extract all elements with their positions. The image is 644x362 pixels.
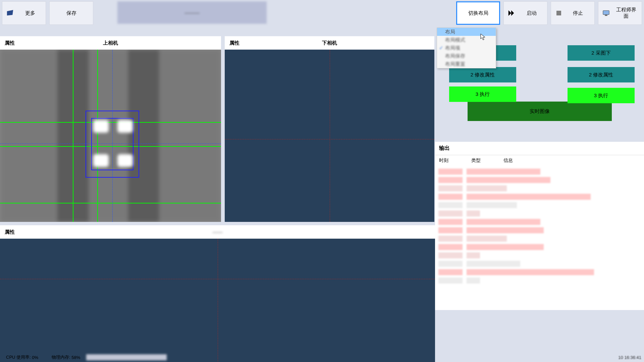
- switch-layout-button[interactable]: 切换布局: [456, 1, 500, 25]
- output-row[interactable]: [438, 185, 641, 192]
- output-row[interactable]: [438, 193, 641, 200]
- svg-rect-0: [603, 11, 609, 15]
- dropdown-item[interactable]: 布局: [437, 28, 496, 36]
- camera-view-top[interactable]: [0, 50, 221, 222]
- output-row[interactable]: [438, 227, 641, 234]
- realtime-image-label: 实时图像: [530, 108, 550, 115]
- col-time: 时刻: [439, 158, 448, 164]
- camera-pane-top-right: 属性 下相机: [225, 36, 434, 222]
- stop-icon: [556, 11, 561, 15]
- mem-label: 物理内存:: [52, 354, 70, 360]
- camera-pane-top-left: 属性 上相机: [0, 36, 221, 222]
- camera-title: 下相机: [225, 40, 434, 46]
- status-bar: CPU 使用率: 0% 物理内存: 58% 10 16:36:41: [0, 353, 644, 362]
- layout-selector-value: ———: [184, 10, 200, 15]
- switch-layout-label: 切换布局: [461, 10, 496, 16]
- more-button[interactable]: 更多: [2, 1, 46, 25]
- output-row[interactable]: [438, 260, 641, 267]
- realtime-image-button[interactable]: 实时图像: [468, 102, 612, 121]
- camera-view-aux[interactable]: [0, 239, 435, 362]
- output-row[interactable]: [438, 201, 641, 209]
- col-msg: 信息: [503, 158, 513, 164]
- camera-title: ——: [0, 229, 435, 235]
- camera-header: 属性 下相机: [225, 36, 434, 50]
- dropdown-item[interactable]: 布局项: [437, 44, 496, 52]
- cursor-icon: [480, 34, 486, 40]
- output-row[interactable]: [438, 235, 641, 242]
- camera-pane-bottom: 属性 ——: [0, 225, 435, 362]
- monitor-icon: [602, 9, 610, 17]
- output-title: 输出: [435, 142, 644, 155]
- execute-bottom-button[interactable]: 3 执行: [568, 88, 635, 103]
- layout-dropdown[interactable]: 布局 布局模式 布局项 布局保存 布局重置: [437, 27, 496, 68]
- output-row[interactable]: [438, 243, 641, 251]
- output-row[interactable]: [438, 218, 641, 226]
- modify-attr-bottom-button[interactable]: 2 修改属性: [568, 67, 635, 82]
- output-panel: 输出 时刻 类型 信息: [435, 142, 644, 310]
- mem-value: 58%: [71, 355, 80, 360]
- right-panel: 布局 布局模式 布局项 布局保存 布局重置 1 采图上 2 修改属性 3 执行 …: [435, 27, 644, 310]
- output-row[interactable]: [438, 277, 641, 284]
- capture-bottom-button[interactable]: 2 采图下: [568, 45, 635, 61]
- status-extra: [86, 354, 167, 360]
- svg-rect-1: [605, 15, 607, 16]
- cpu-label: CPU 使用率:: [6, 354, 31, 360]
- dropdown-item[interactable]: 布局重置: [437, 60, 496, 68]
- stop-button[interactable]: 停止: [551, 1, 595, 25]
- more-label: 更多: [18, 10, 42, 16]
- cpu-value: 0%: [32, 355, 38, 360]
- engineer-button[interactable]: 工程师界面: [598, 1, 642, 25]
- output-row[interactable]: [438, 268, 641, 276]
- engineer-label: 工程师界面: [614, 7, 638, 19]
- more-icon: [6, 9, 14, 17]
- output-rows[interactable]: [435, 166, 644, 310]
- dropdown-item[interactable]: 布局模式: [437, 36, 496, 44]
- save-label: 保存: [53, 10, 90, 16]
- camera-title: 上相机: [0, 40, 221, 46]
- stop-label: 停止: [565, 10, 591, 16]
- save-button[interactable]: 保存: [49, 1, 93, 25]
- status-time: 10 16:36:41: [618, 355, 641, 360]
- output-row[interactable]: [438, 176, 641, 184]
- col-type: 类型: [471, 158, 481, 164]
- execute-top-button[interactable]: 3 执行: [449, 86, 516, 102]
- layout-selector[interactable]: ———: [117, 1, 267, 24]
- play-forward-icon: [507, 9, 516, 17]
- camera-header: 属性 ——: [0, 225, 435, 239]
- output-row[interactable]: [438, 168, 641, 175]
- modify-attr-top-button[interactable]: 2 修改属性: [449, 67, 516, 82]
- output-header: 时刻 类型 信息: [435, 155, 644, 166]
- dropdown-item[interactable]: 布局保存: [437, 52, 496, 60]
- start-button[interactable]: 启动: [503, 1, 547, 25]
- output-row[interactable]: [438, 252, 641, 259]
- camera-area: 属性 上相机 属性 下相机: [0, 36, 435, 351]
- camera-view-bottom[interactable]: [225, 50, 434, 222]
- camera-header: 属性 上相机: [0, 36, 221, 50]
- output-row[interactable]: [438, 210, 641, 217]
- toolbar: 更多 保存 ——— 切换布局 启动 停止 工程师界面: [0, 0, 644, 26]
- start-label: 启动: [519, 10, 544, 16]
